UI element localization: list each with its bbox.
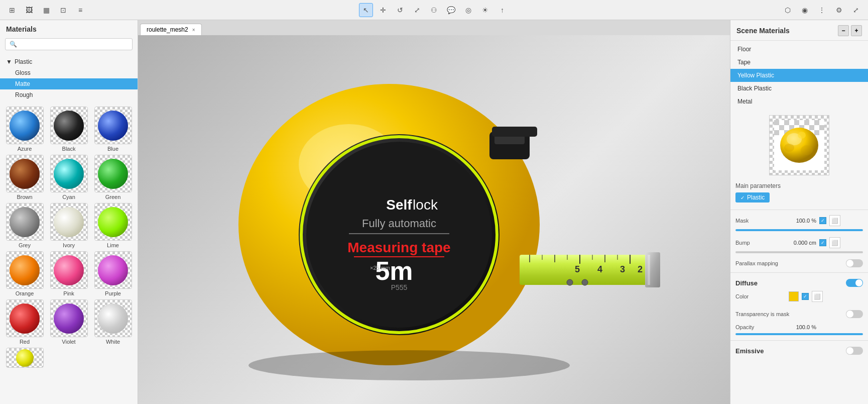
swatch-purple[interactable]: Purple: [92, 251, 134, 296]
parallax-toggle[interactable]: [846, 259, 863, 267]
viewport-tab-main[interactable]: roulette_mesh2 ×: [140, 24, 202, 35]
tree-item-rough[interactable]: Rough: [0, 89, 138, 100]
table-btn[interactable]: ▦: [39, 3, 53, 17]
swatch-lime[interactable]: Lime: [92, 203, 134, 248]
swatch-pink[interactable]: Pink: [48, 251, 89, 296]
top-toolbar: ⊞ 🖼 ▦ ⊡ ≡ ↖ ✛ ↺ ⤢ ⚇ 💬 ◎ ☀ ↑ ⬡ ◉ ⋮ ⚙ ⤢: [0, 0, 868, 20]
mesh-btn[interactable]: ⋮: [815, 3, 829, 17]
tree-item-gloss[interactable]: Gloss: [0, 67, 138, 78]
scene-mat-yellow-plastic[interactable]: Yellow Plastic: [730, 69, 868, 82]
svg-text:5m: 5m: [375, 256, 413, 285]
scene-mat-floor[interactable]: Floor: [730, 43, 868, 56]
transparency-label: Transparency is mask: [735, 311, 789, 317]
comment-btn[interactable]: 💬: [444, 3, 458, 17]
mat-preview-svg: [774, 120, 824, 170]
opacity-label: Opacity: [735, 324, 786, 330]
viewport-canvas[interactable]: Self lock Fully automatic Measuring tape…: [138, 35, 730, 404]
diffuse-toggle[interactable]: [846, 279, 863, 287]
swatch-brown[interactable]: Brown: [4, 155, 45, 200]
sphere-btn[interactable]: ◉: [798, 3, 812, 17]
swatch-orange[interactable]: Orange: [4, 251, 45, 296]
bump-slider[interactable]: [735, 251, 863, 253]
grid-view-btn[interactable]: ⊞: [5, 3, 19, 17]
fullscreen-btn[interactable]: ⤢: [849, 3, 863, 17]
search-bar: [0, 36, 138, 54]
target-btn[interactable]: ◎: [461, 3, 475, 17]
viewport-tabs: roulette_mesh2 ×: [138, 20, 730, 35]
swatch-green[interactable]: Green: [92, 155, 134, 200]
export-btn[interactable]: ↑: [495, 3, 510, 17]
toolbar-left: ⊞ 🖼 ▦ ⊡ ≡: [5, 3, 87, 17]
svg-rect-37: [774, 120, 779, 125]
tree-item-matte[interactable]: Matte: [0, 78, 138, 89]
svg-rect-42: [779, 125, 784, 130]
scale-btn[interactable]: ⤢: [410, 3, 424, 17]
mask-slider[interactable]: [735, 229, 863, 231]
toolbar-center: ↖ ✛ ↺ ⤢ ⚇ 💬 ◎ ☀ ↑: [359, 3, 510, 17]
tab-close-btn[interactable]: ×: [192, 27, 195, 33]
search-input[interactable]: [5, 38, 133, 50]
color-checkbox[interactable]: ✓: [802, 293, 809, 300]
bump-param-row: Bump 0.000 cm ✓ ⬜: [730, 234, 868, 256]
swatch-grey[interactable]: Grey: [4, 203, 45, 248]
mask-checkbox[interactable]: ✓: [819, 217, 826, 224]
svg-text:P555: P555: [391, 283, 407, 291]
image-btn[interactable]: 🖼: [22, 3, 36, 17]
swatch-extra[interactable]: [4, 348, 45, 368]
emissive-toggle[interactable]: [846, 347, 863, 355]
color-icon-btn[interactable]: ⬜: [812, 291, 823, 302]
bump-checkbox[interactable]: ✓: [819, 239, 826, 246]
scene-materials-header: Scene Materials − +: [730, 20, 868, 41]
scene-mat-metal[interactable]: Metal: [730, 95, 868, 108]
minus-btn[interactable]: −: [838, 25, 849, 36]
svg-text:3: 3: [619, 264, 625, 274]
svg-rect-39: [794, 120, 799, 125]
swatch-azure[interactable]: Azure: [4, 107, 45, 152]
light-btn[interactable]: ☀: [478, 3, 492, 17]
svg-point-56: [801, 145, 813, 155]
opacity-slider[interactable]: [735, 333, 863, 335]
color-swatch[interactable]: [789, 291, 799, 301]
move-btn[interactable]: ✛: [376, 3, 390, 17]
layout-btn[interactable]: ⊡: [56, 3, 70, 17]
color-label: Color: [735, 293, 786, 299]
tree-group-plastic[interactable]: ▼ Plastic: [0, 56, 138, 67]
rotate-btn[interactable]: ↺: [393, 3, 407, 17]
svg-point-33: [567, 279, 573, 285]
transparency-row: Transparency is mask: [730, 307, 868, 321]
diffuse-label: Diffuse: [735, 279, 758, 287]
scene-mat-tape[interactable]: Tape: [730, 56, 868, 69]
bump-label: Bump: [735, 240, 786, 246]
plus-btn[interactable]: +: [851, 25, 862, 36]
settings-btn[interactable]: ⚙: [832, 3, 846, 17]
cube-btn[interactable]: ⬡: [781, 3, 795, 17]
parallax-label: Parallax mapping: [735, 260, 778, 266]
swatches-grid: Azure Black Blue: [4, 107, 134, 368]
svg-text:Fully automatic: Fully automatic: [362, 217, 436, 230]
scene-mat-black-plastic[interactable]: Black Plastic: [730, 82, 868, 95]
swatch-ivory[interactable]: Ivory: [48, 203, 89, 248]
tape-measure-svg: Self lock Fully automatic Measuring tape…: [208, 54, 660, 385]
svg-rect-41: [814, 120, 819, 125]
bump-icon-btn[interactable]: ⬜: [829, 237, 840, 248]
tree-group-label: Plastic: [15, 58, 32, 65]
transparency-toggle[interactable]: [846, 310, 863, 318]
parallax-row: Parallax mapping: [730, 256, 868, 270]
swatch-blue[interactable]: Blue: [92, 107, 134, 152]
swatch-violet[interactable]: Violet: [48, 299, 89, 345]
tab-label: roulette_mesh2: [147, 26, 188, 33]
svg-rect-40: [804, 120, 809, 125]
swatch-white[interactable]: White: [92, 299, 134, 345]
svg-text:Measuring tape: Measuring tape: [347, 240, 450, 255]
svg-text:×25 mm: ×25 mm: [369, 265, 390, 271]
right-panel: Scene Materials − + Floor Tape Yellow Pl…: [730, 20, 868, 404]
emissive-section-header: Emissive: [730, 343, 868, 357]
swatch-black[interactable]: Black: [48, 107, 89, 152]
menu-btn[interactable]: ≡: [73, 3, 87, 17]
swatch-red[interactable]: Red: [4, 299, 45, 345]
material-tree: ▼ Plastic Gloss Matte Rough: [0, 54, 138, 103]
select-btn[interactable]: ↖: [359, 3, 373, 17]
skeleton-btn[interactable]: ⚇: [427, 3, 441, 17]
swatch-cyan[interactable]: Cyan: [48, 155, 89, 200]
mask-icon-btn[interactable]: ⬜: [829, 215, 840, 226]
